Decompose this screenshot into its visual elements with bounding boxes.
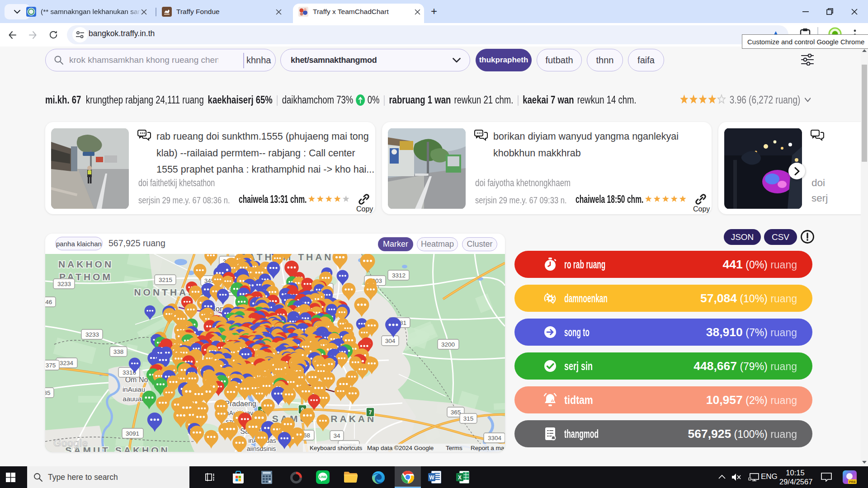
svg-text:Map data ©2024 Google: Map data ©2024 Google bbox=[367, 445, 434, 451]
svg-text:NAKHON: NAKHON bbox=[58, 259, 113, 269]
svg-text:365: 365 bbox=[451, 409, 461, 416]
svg-text:3234: 3234 bbox=[60, 360, 74, 366]
svg-text:304: 304 bbox=[385, 338, 396, 344]
svg-text:X: X bbox=[458, 474, 462, 481]
svg-text:Report a map error: Report a map error bbox=[471, 445, 505, 451]
svg-text:34: 34 bbox=[333, 432, 340, 439]
svg-text:LINE: LINE bbox=[319, 475, 327, 479]
svg-text:346: 346 bbox=[45, 299, 52, 305]
svg-text:315: 315 bbox=[463, 415, 474, 422]
svg-text:Keyboard shortcuts: Keyboard shortcuts bbox=[310, 445, 363, 451]
svg-text:3200: 3200 bbox=[441, 341, 455, 348]
svg-text:Terms: Terms bbox=[446, 445, 462, 451]
svg-text:3304: 3304 bbox=[488, 435, 502, 441]
svg-text:3091: 3091 bbox=[126, 430, 139, 437]
svg-text:3312: 3312 bbox=[392, 272, 406, 279]
svg-text:Google: Google bbox=[53, 437, 88, 449]
svg-text:W: W bbox=[429, 474, 434, 481]
svg-text:PRE: PRE bbox=[849, 480, 856, 484]
svg-text:338: 338 bbox=[113, 348, 124, 355]
svg-text:35: 35 bbox=[45, 389, 51, 396]
svg-text:375: 375 bbox=[46, 362, 56, 369]
svg-text:inAuiau: inAuiau bbox=[123, 385, 145, 393]
svg-text:7: 7 bbox=[369, 409, 372, 416]
svg-text:3233: 3233 bbox=[85, 331, 99, 338]
svg-text:3215: 3215 bbox=[159, 277, 172, 283]
svg-text:3233: 3233 bbox=[57, 281, 71, 287]
svg-text:Pradaeng: Pradaeng bbox=[225, 400, 256, 408]
